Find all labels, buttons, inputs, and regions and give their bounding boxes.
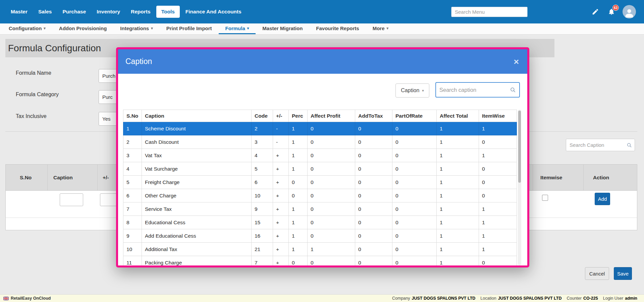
caption-cell: 1 bbox=[289, 135, 308, 149]
caption-filter-label: Caption bbox=[401, 87, 419, 94]
sub-nav-item-configuration[interactable]: Configuration▾ bbox=[2, 23, 52, 34]
caption-cell: 1 bbox=[289, 243, 308, 256]
sub-nav-item-formula[interactable]: Formula▾ bbox=[219, 23, 256, 34]
caption-row-4[interactable]: 4Vat Surcharge5+100010 bbox=[123, 162, 517, 176]
caption-cell: 1 bbox=[479, 202, 517, 216]
caption-cell: 11 bbox=[123, 256, 142, 266]
caption-cell: 0 bbox=[392, 202, 437, 216]
caption-cell: 0 bbox=[479, 256, 517, 266]
caption-search-input[interactable] bbox=[566, 142, 627, 148]
caption-row-2[interactable]: 2Cash Discount3-100010 bbox=[123, 135, 517, 149]
caption-row-10[interactable]: 10Additional Tax21+110011 bbox=[123, 243, 517, 256]
caption-cell: 1 bbox=[479, 229, 517, 243]
top-nav-item-purchase[interactable]: Purchase bbox=[57, 6, 91, 18]
sub-nav-label: Favourite Reports bbox=[316, 25, 359, 31]
caption-cell: 1 bbox=[437, 216, 479, 229]
caption-row-11[interactable]: 11Packing Charge7+000010 bbox=[123, 256, 517, 266]
caption-cell: Vat Tax bbox=[142, 149, 252, 162]
save-button[interactable]: Save bbox=[614, 267, 632, 280]
caption-cell: 0 bbox=[355, 216, 392, 229]
caption-cell: + bbox=[273, 216, 289, 229]
scrollbar-thumb[interactable] bbox=[518, 111, 521, 183]
status-bar: RetailEasy OnCloud Company JUST DOGS SPA… bbox=[0, 294, 644, 302]
caption-cell: 4 bbox=[252, 149, 273, 162]
caption-cell: 1 bbox=[289, 229, 308, 243]
caption-cell: 0 bbox=[392, 162, 437, 176]
search-icon bbox=[627, 142, 632, 148]
add-button[interactable]: Add bbox=[595, 193, 610, 205]
caption-row-3[interactable]: 3Vat Tax4+100011 bbox=[123, 149, 517, 162]
caption-cell: 0 bbox=[479, 162, 517, 176]
itemwise-checkbox[interactable] bbox=[542, 195, 548, 201]
edit-pencil-icon[interactable] bbox=[592, 8, 599, 15]
caption-table-col-itemwise: ItemWise bbox=[479, 110, 517, 122]
caption-cell: 4 bbox=[123, 162, 142, 176]
caption-table-header-row: S.NoCaptionCode+/-PercAffect ProfitAddTo… bbox=[123, 110, 517, 122]
counter-value: CO-225 bbox=[583, 296, 598, 301]
company-label: Company bbox=[392, 296, 410, 301]
new-caption-input[interactable] bbox=[60, 193, 83, 206]
top-nav-item-sales[interactable]: Sales bbox=[33, 6, 57, 18]
caption-filter-dropdown[interactable]: Caption ▾ bbox=[395, 83, 429, 98]
caption-cell: 1 bbox=[437, 149, 479, 162]
caption-cell: 0 bbox=[355, 135, 392, 149]
menu-search-input[interactable] bbox=[451, 7, 528, 17]
top-nav-item-inventory[interactable]: Inventory bbox=[92, 6, 125, 18]
caption-table-col-s-no: S.No bbox=[123, 110, 142, 122]
caption-table-col-partofrate: PartOfRate bbox=[392, 110, 437, 122]
sub-nav-item-addon-provisioning[interactable]: Addon Provisioning bbox=[52, 23, 114, 34]
caption-table-col-addtotax: AddToTax bbox=[355, 110, 392, 122]
caption-cell: 1 bbox=[437, 202, 479, 216]
caption-cell: 1 bbox=[479, 122, 517, 135]
caption-cell: 0 bbox=[308, 256, 355, 266]
caption-cell: 0 bbox=[392, 176, 437, 189]
caption-cell: Cash Discount bbox=[142, 135, 252, 149]
caption-cell: 0 bbox=[355, 162, 392, 176]
caption-cell: 8 bbox=[123, 216, 142, 229]
caption-cell: + bbox=[273, 189, 289, 202]
caption-modal: Caption ✕ Caption ▾ S.NoCaptionCode+/-Pe… bbox=[116, 47, 529, 267]
sub-nav-item-more[interactable]: More▾ bbox=[366, 23, 395, 34]
caption-cell: + bbox=[273, 202, 289, 216]
caption-cell: 1 bbox=[289, 162, 308, 176]
caption-table-col-affect-profit: Affect Profit bbox=[308, 110, 355, 122]
caption-cell: 0 bbox=[392, 135, 437, 149]
top-nav-item-finance-and-accounts[interactable]: Finance And Accounts bbox=[180, 6, 247, 18]
caption-cell: 0 bbox=[308, 229, 355, 243]
modal-search-box bbox=[435, 82, 520, 98]
top-nav-item-tools[interactable]: Tools bbox=[156, 6, 180, 18]
top-nav-item-reports[interactable]: Reports bbox=[126, 6, 156, 18]
caption-cell: - bbox=[273, 122, 289, 135]
user-avatar[interactable] bbox=[623, 5, 636, 18]
caption-row-7[interactable]: 7Service Tax9+100011 bbox=[123, 202, 517, 216]
caption-cell: 6 bbox=[252, 176, 273, 189]
chevron-down-icon: ▾ bbox=[387, 26, 389, 31]
cancel-button[interactable]: Cancel bbox=[585, 267, 609, 280]
caption-modal-title: Caption bbox=[125, 57, 152, 66]
sub-nav-item-favourite-reports[interactable]: Favourite Reports bbox=[309, 23, 366, 34]
company-value: JUST DOGS SPALONS PVT LTD bbox=[412, 296, 476, 301]
sub-nav-item-print-profile-import[interactable]: Print Profile Import bbox=[160, 23, 219, 34]
caption-row-1[interactable]: 1Scheme Discount2-100011 bbox=[123, 122, 517, 135]
caption-cell: 0 bbox=[355, 256, 392, 266]
top-nav-item-master[interactable]: Master bbox=[6, 6, 33, 18]
sub-nav-item-integrations[interactable]: Integrations▾ bbox=[113, 23, 159, 34]
notifications-bell-icon[interactable]: 63 bbox=[608, 8, 615, 15]
sub-nav-label: Configuration bbox=[9, 25, 42, 31]
caption-row-8[interactable]: 8Educational Cess15+100011 bbox=[123, 216, 517, 229]
caption-cell: Additional Tax bbox=[142, 243, 252, 256]
close-icon[interactable]: ✕ bbox=[513, 58, 519, 65]
sub-nav-item-master-migration[interactable]: Master Migration bbox=[256, 23, 309, 34]
modal-scrollbar[interactable] bbox=[518, 110, 521, 265]
modal-search-input[interactable] bbox=[436, 87, 510, 93]
caption-cell: 0 bbox=[308, 216, 355, 229]
caption-row-9[interactable]: 9Add Educational Cess16+100011 bbox=[123, 229, 517, 243]
caption-row-5[interactable]: 5Freight Charge6+000010 bbox=[123, 176, 517, 189]
caption-cell: 0 bbox=[355, 176, 392, 189]
caption-cell: 9 bbox=[252, 202, 273, 216]
caption-cell: 1 bbox=[479, 243, 517, 256]
caption-cell: + bbox=[273, 256, 289, 266]
caption-row-6[interactable]: 6Other Charge10+000010 bbox=[123, 189, 517, 202]
caption-table-col-code: Code bbox=[252, 110, 273, 122]
caption-table-col--: +/- bbox=[273, 110, 289, 122]
